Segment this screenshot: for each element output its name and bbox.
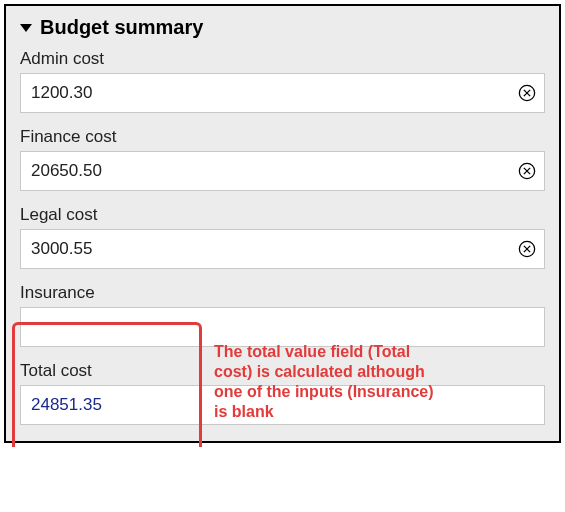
admin-cost-group: Admin cost: [20, 49, 545, 113]
close-circle-icon: [518, 162, 536, 180]
close-circle-icon: [518, 240, 536, 258]
legal-cost-label: Legal cost: [20, 205, 545, 225]
legal-cost-clear-button[interactable]: [517, 239, 537, 259]
finance-cost-input-wrap: [20, 151, 545, 191]
finance-cost-clear-button[interactable]: [517, 161, 537, 181]
admin-cost-input[interactable]: [20, 73, 545, 113]
insurance-input[interactable]: [20, 307, 545, 347]
insurance-input-wrap: [20, 307, 545, 347]
total-cost-label: Total cost: [20, 361, 545, 381]
finance-cost-label: Finance cost: [20, 127, 545, 147]
total-cost-value: 24851.35: [20, 385, 545, 425]
admin-cost-clear-button[interactable]: [517, 83, 537, 103]
admin-cost-input-wrap: [20, 73, 545, 113]
finance-cost-input[interactable]: [20, 151, 545, 191]
legal-cost-group: Legal cost: [20, 205, 545, 269]
admin-cost-label: Admin cost: [20, 49, 545, 69]
panel-title: Budget summary: [40, 16, 203, 39]
panel-header[interactable]: Budget summary: [20, 16, 545, 39]
total-cost-group: Total cost 24851.35: [20, 361, 545, 425]
close-circle-icon: [518, 84, 536, 102]
budget-summary-panel: Budget summary Admin cost Finance cost: [4, 4, 561, 443]
caret-down-icon: [20, 24, 32, 32]
legal-cost-input[interactable]: [20, 229, 545, 269]
insurance-label: Insurance: [20, 283, 545, 303]
legal-cost-input-wrap: [20, 229, 545, 269]
finance-cost-group: Finance cost: [20, 127, 545, 191]
insurance-group: Insurance: [20, 283, 545, 347]
